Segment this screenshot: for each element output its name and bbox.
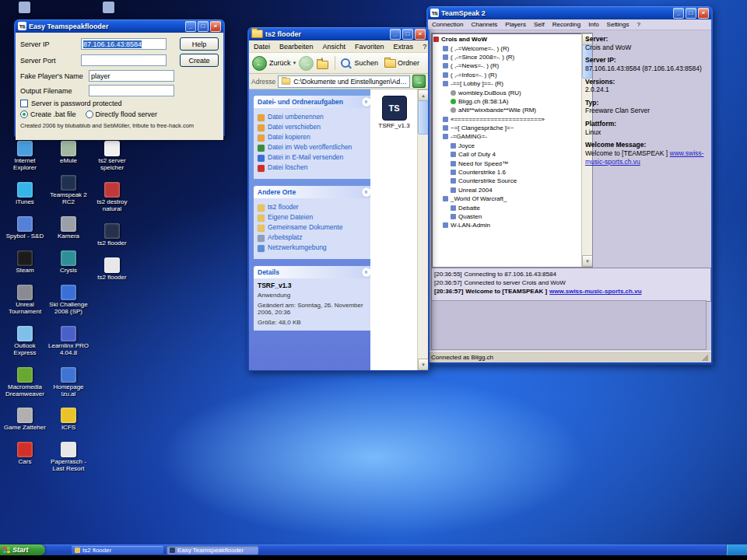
minimize-button[interactable]: _ bbox=[185, 21, 196, 32]
server-tree-root[interactable]: Crois and WoW bbox=[433, 35, 581, 44]
channel-tree-item[interactable]: -==[ Lobby ]==- (R) bbox=[433, 79, 581, 88]
desktop-icon-partial[interactable] bbox=[19, 2, 30, 13]
channel-tree-item[interactable]: ( ,-=Welcome=-. ) (R) bbox=[433, 44, 581, 52]
desktop-icon[interactable]: Learnlinx PRO 4.04.8 bbox=[47, 326, 90, 357]
create-bat-radio[interactable] bbox=[20, 110, 28, 118]
desktop-icon[interactable]: Internet Explorer bbox=[3, 141, 47, 172]
flooder-titlebar[interactable]: TS Easy Teamspeakflooder _ □ × bbox=[16, 19, 223, 33]
desktop-icon[interactable]: Ski Challenge 2008 (SP) bbox=[47, 285, 90, 316]
details-header[interactable]: Details » bbox=[254, 266, 375, 278]
menu-item[interactable]: ? bbox=[633, 21, 644, 28]
close-button[interactable]: × bbox=[698, 8, 709, 19]
output-filename-input[interactable] bbox=[89, 85, 174, 96]
direct-flood-radio[interactable] bbox=[86, 110, 93, 118]
menu-item[interactable]: Bearbeiten bbox=[275, 43, 318, 51]
minimize-button[interactable]: _ bbox=[390, 29, 401, 40]
file-list-scrollbar[interactable]: ▲ ▼ bbox=[417, 89, 428, 370]
forward-button[interactable]: → bbox=[299, 56, 314, 71]
desktop-icon[interactable]: Homepage izu.al bbox=[47, 367, 90, 398]
explorer-titlebar[interactable]: ts2 flooder _ □ × bbox=[249, 27, 428, 40]
menu-item[interactable]: Favoriten bbox=[350, 43, 389, 51]
log-link[interactable]: www.swiss-music-sports.ch.vu bbox=[549, 288, 641, 295]
maximize-button[interactable]: □ bbox=[198, 21, 209, 32]
file-item[interactable]: TS TSRF_v1.3 bbox=[374, 96, 415, 136]
file-tasks-header[interactable]: Datei- und Ordneraufgaben » bbox=[254, 96, 375, 108]
desktop-icon[interactable]: ICFS bbox=[47, 408, 90, 432]
task-link[interactable]: Datei verschieben bbox=[258, 124, 371, 131]
desktop-icon[interactable]: iTunes bbox=[3, 182, 47, 206]
menu-item[interactable]: Settings bbox=[603, 21, 633, 28]
channel-tree-item[interactable]: aNti**wixxbande**Wile (RM) bbox=[433, 106, 581, 114]
channel-tree-item[interactable]: Need for Speed™ bbox=[433, 159, 581, 167]
menu-item[interactable]: Datei bbox=[249, 43, 275, 51]
desktop-icon[interactable]: ts2 flooder bbox=[90, 223, 134, 247]
channel-tree-item[interactable]: Joyce bbox=[433, 142, 581, 150]
taskbar-task-button[interactable]: Easy Teamspeakflooder bbox=[167, 546, 258, 555]
scrollbar-thumb[interactable] bbox=[418, 100, 428, 135]
scroll-up-icon[interactable]: ▲ bbox=[418, 89, 428, 101]
other-places-header[interactable]: Andere Orte » bbox=[254, 186, 375, 198]
channel-tree-item[interactable]: Counterstrike Source bbox=[433, 177, 581, 185]
search-button[interactable]: Suchen bbox=[338, 58, 382, 68]
desktop-icon[interactable]: ts2 destroy natural bbox=[90, 182, 134, 213]
go-button[interactable]: → bbox=[412, 75, 426, 88]
help-button[interactable]: Help bbox=[180, 37, 219, 51]
task-link[interactable]: Datei kopieren bbox=[258, 134, 371, 142]
server-port-input[interactable] bbox=[81, 54, 167, 66]
desktop-icon[interactable]: Spybot - S&D bbox=[3, 216, 47, 240]
menu-item[interactable]: Channels bbox=[467, 21, 501, 28]
resize-grip[interactable] bbox=[701, 354, 708, 361]
task-link[interactable]: Datei umbenennen bbox=[258, 114, 371, 121]
task-link[interactable]: Datei in E-Mail versenden bbox=[258, 154, 371, 162]
desktop-icon[interactable]: Crysis bbox=[47, 250, 90, 275]
teamspeak-titlebar[interactable]: TS TeamSpeak 2 _ □ × bbox=[428, 6, 711, 19]
channel-tree-item[interactable]: W-LAN-Admin bbox=[433, 221, 581, 229]
menu-item[interactable]: Self bbox=[530, 21, 549, 28]
menu-item[interactable]: ? bbox=[418, 43, 431, 51]
desktop-icon[interactable]: ts2 flooder bbox=[90, 257, 134, 282]
channel-tree-item[interactable]: ( ,-=Infos=-. ) (R) bbox=[433, 71, 581, 79]
password-protected-checkbox[interactable] bbox=[20, 100, 28, 107]
back-button[interactable]: ← bbox=[252, 56, 267, 71]
fake-name-input[interactable]: player bbox=[89, 70, 174, 82]
desktop-icon[interactable]: Paperrasch - Last Resort bbox=[47, 442, 90, 473]
channel-tree-item[interactable]: -=GAMING=- bbox=[433, 132, 581, 141]
start-button[interactable]: Start bbox=[0, 544, 45, 555]
desktop-icon[interactable]: Steam bbox=[3, 250, 47, 275]
task-link[interactable]: Datei im Web veröffentlichen bbox=[258, 144, 371, 152]
desktop-icon[interactable]: Outlook Express bbox=[3, 326, 47, 357]
desktop-icon[interactable]: Cars bbox=[3, 442, 47, 466]
channel-tree-item[interactable]: Counterstrike 1.6 bbox=[433, 168, 581, 177]
folders-button[interactable]: Ordner bbox=[382, 59, 423, 68]
scroll-down-icon[interactable]: ▼ bbox=[418, 359, 428, 370]
place-link[interactable]: Eigene Dateien bbox=[258, 214, 371, 222]
desktop-icon[interactable]: eMule bbox=[47, 141, 90, 165]
channel-tree-item[interactable]: wombley.DuBous (RU) bbox=[433, 88, 581, 96]
maximize-button[interactable]: □ bbox=[402, 29, 413, 40]
channel-tree-item[interactable]: _World Of Warcraft_ bbox=[433, 194, 581, 203]
desktop-icon[interactable]: ts2 server speicher bbox=[90, 141, 134, 172]
desktop-icon[interactable]: Kamera bbox=[47, 216, 90, 240]
desktop-icon-partial[interactable] bbox=[103, 2, 114, 13]
channel-tree-item[interactable]: ~=[ Clangespräche ]=~ bbox=[433, 124, 581, 132]
channel-tree-item[interactable]: Call of Duty 4 bbox=[433, 150, 581, 159]
create-button[interactable]: Create bbox=[180, 54, 219, 67]
place-link[interactable]: Netzwerkumgebung bbox=[258, 244, 371, 252]
menu-item[interactable]: Extras bbox=[389, 43, 419, 51]
task-link[interactable]: Datei löschen bbox=[258, 164, 371, 172]
menu-item[interactable]: Ansicht bbox=[318, 43, 351, 51]
taskbar-task-button[interactable]: ts2 flooder bbox=[72, 546, 163, 555]
desktop-icon[interactable]: Unreal Tournament bbox=[3, 285, 47, 316]
channel-tree-item[interactable]: «========================» bbox=[433, 115, 581, 124]
channel-tree-item[interactable]: ( ,-=News=-. ) (R) bbox=[433, 61, 581, 70]
desktop-icon[interactable]: Game Zatteher bbox=[3, 408, 47, 432]
place-link[interactable]: ts2 flooder bbox=[258, 204, 371, 212]
channel-tree-item[interactable]: ( ,-=Since 2008=-. ) (R) bbox=[433, 53, 581, 61]
channel-tree-item[interactable]: Bligg.ch (B:58:1A) bbox=[433, 97, 581, 106]
place-link[interactable]: Arbeitsplatz bbox=[258, 234, 371, 242]
menu-item[interactable]: Recording bbox=[549, 21, 584, 28]
close-button[interactable]: × bbox=[210, 21, 221, 32]
close-button[interactable]: × bbox=[415, 29, 426, 40]
place-link[interactable]: Gemeinsame Dokumente bbox=[258, 224, 371, 232]
up-button[interactable]: ↑ bbox=[316, 57, 330, 69]
